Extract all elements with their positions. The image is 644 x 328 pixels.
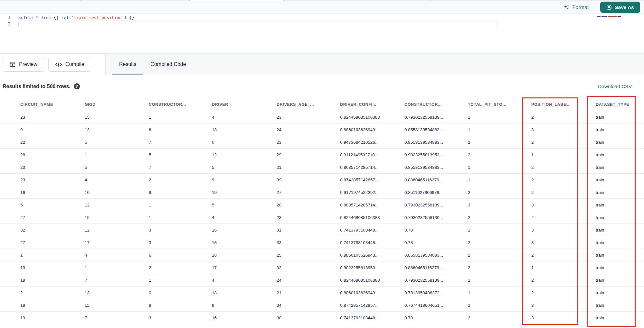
table-cell: train [596,127,644,132]
table-cell: 1 [85,265,149,270]
table-cell: 2 [20,290,85,295]
table-cell: 18 [20,303,85,308]
download-csv-link[interactable]: Download CSV [598,84,632,89]
code-line-content: select * from {{ ref('train_test_positio… [18,15,134,20]
table-row: 213018210.8860103626943...0.781395348837… [0,287,644,299]
table-cell: 4 [85,178,149,182]
table-cell: 25 [277,253,340,258]
code-editor[interactable]: 1select * from {{ ref('train_test_positi… [0,14,644,54]
table-cell: 3 [531,203,596,207]
column-header: GRID [85,102,149,107]
table-cell: 10 [85,190,149,195]
table-cell: 32 [20,228,85,232]
table-cell: 7 [85,315,149,320]
table-cell: 18 [212,290,277,295]
table-cell: train [596,253,644,258]
table-cell: 0.824468085106383 [340,278,404,283]
table-cell: 0.78 [404,228,468,232]
table-cell: 3 [149,315,212,320]
table-cell: 3 [531,315,596,320]
preview-button[interactable]: Preview [3,57,44,72]
column-header: TOTAL_PIT_STO... [468,102,531,107]
action-buttons: Preview Compile [0,54,106,75]
table-cell: train [596,290,644,295]
table-cell: 16 [212,228,277,232]
tab-compiled-code[interactable]: Compiled Code [150,54,186,75]
table-row: 191217320.9023255813953...0.886046511627… [0,261,644,274]
table-cell: train [596,240,644,245]
table-cell: 2 [468,265,531,270]
table-cell: 1 [468,290,531,295]
table-cell: 16 [20,190,85,195]
sparkles-icon [564,4,570,10]
table-cell: 2 [468,152,531,157]
table-cell: 6 [149,127,212,132]
table-cell: 24 [277,127,340,132]
table-cell: 28 [20,152,85,157]
table-cell: 5 [212,203,277,207]
table-cell: 19 [20,315,85,320]
table-cell: train [596,315,644,320]
table-cell: 8 [149,303,212,308]
table-cell: 12 [212,152,277,157]
table-cell: 3 [531,240,596,245]
column-header: DRIVER [212,102,277,107]
table-cell: train [596,140,644,145]
table-cell: 27 [20,215,85,220]
table-cell: 0.7930232558139... [404,203,468,207]
table-cell: 21 [277,290,340,295]
table-cell: 7 [85,278,149,283]
table-row: 913618240.8860103626943...0.855813953488… [0,123,644,136]
table-cell: 2 [531,115,596,120]
table-cell: 9 [212,303,277,308]
table-cell: train [596,215,644,220]
table-cell: 19 [212,190,277,195]
table-cell: 11 [85,303,149,308]
code-line-content [18,21,497,27]
table-cell: 5 [85,140,149,145]
table-cell: 0.7674418604651... [404,303,468,308]
table-row: 2717316330.7413793103448...0.7823train [0,236,644,249]
editor-line[interactable]: 2 [0,21,644,27]
table-cell: 5 [20,203,85,207]
empty-line-highlight [18,21,497,27]
table-cell: 15 [85,115,149,120]
column-header: CIRCUIT_NAME [20,102,85,107]
table-cell: 1 [531,152,596,157]
table-cell: 1 [468,278,531,283]
table-cell: 21 [277,165,340,170]
save-as-button[interactable]: Save As [600,2,640,13]
table-cell: 2 [149,265,212,270]
code-brackets-icon [55,61,62,68]
tab-results[interactable]: Results [119,54,136,75]
column-header: CONSTRUCTOR... [149,102,212,107]
table-cell: 0.8558139534883... [404,127,468,132]
tab-results-label: Results [119,61,136,67]
table-cell: 1 [149,278,212,283]
line-number: 1 [0,15,11,20]
table-cell: 3 [531,303,596,308]
table-cell: 20 [277,203,340,207]
help-icon[interactable]: ? [74,83,80,89]
table-row: 281512290.9112149532710...0.902325581395… [0,149,644,161]
preview-label: Preview [19,61,37,67]
table-cell: train [596,190,644,195]
table-cell: 2 [531,178,596,182]
table-cell: 6 [149,253,212,258]
table-cell: 9 [20,127,85,132]
table-cell: 2 [531,165,596,170]
table-cell: train [596,228,644,232]
column-header: POSITION_LABEL [531,102,596,107]
format-button[interactable]: Format [564,4,589,10]
editor-line[interactable]: 1select * from {{ ref('train_test_positi… [0,14,644,21]
table-cell: 22 [20,140,85,145]
table-cell: 0.7413793103448... [340,240,404,245]
table-cell: 3 [531,228,596,232]
table-cell: train [596,115,644,120]
table-cell: 2 [531,278,596,283]
line-number: 2 [0,21,11,26]
table-cell: 39 [277,178,340,182]
table-row: 14618250.8860103626943...0.8558139534883… [0,249,644,261]
compile-button[interactable]: Compile [48,57,91,72]
table-cell: 2 [468,190,531,195]
